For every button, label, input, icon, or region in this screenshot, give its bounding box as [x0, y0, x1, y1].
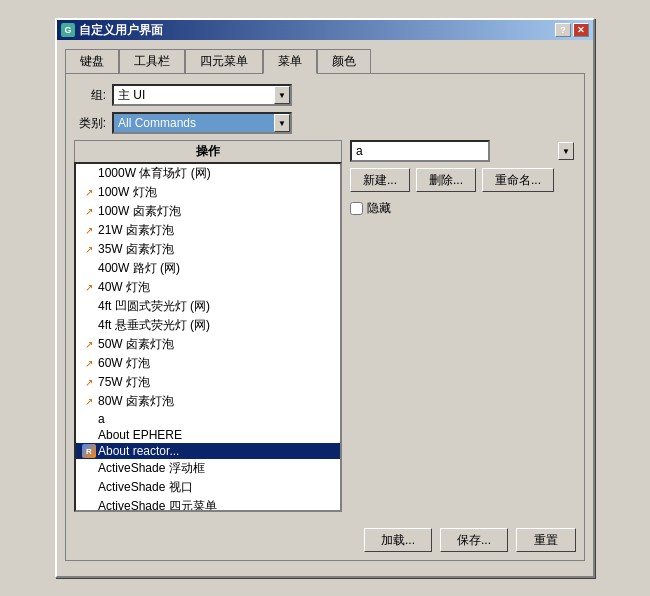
list-item-text: 35W 卤素灯泡 — [98, 241, 174, 258]
list-item-text: 50W 卤素灯泡 — [98, 336, 174, 353]
help-button[interactable]: ? — [555, 23, 571, 37]
group-row: 组: 主 UI ▼ — [74, 84, 576, 106]
list-item[interactable]: 4ft 凹圆式荧光灯 (网) — [76, 297, 340, 316]
arrow-icon: ↗ — [82, 243, 96, 257]
list-item[interactable]: ↗100W 卤素灯泡 — [76, 202, 340, 221]
list-item-text: 21W 卤素灯泡 — [98, 222, 174, 239]
category-select[interactable]: All Commands — [112, 112, 292, 134]
list-item[interactable]: ↗50W 卤素灯泡 — [76, 335, 340, 354]
list-item[interactable]: 4ft 悬垂式荧光灯 (网) — [76, 316, 340, 335]
tab-menu[interactable]: 菜单 — [263, 49, 317, 74]
list-item[interactable]: ↗21W 卤素灯泡 — [76, 221, 340, 240]
arrow-icon: ↗ — [82, 357, 96, 371]
list-item[interactable]: About EPHERE — [76, 427, 340, 443]
group-select-wrapper: 主 UI ▼ — [112, 84, 292, 106]
list-item-text: 4ft 悬垂式荧光灯 (网) — [98, 317, 210, 334]
group-label: 组: — [74, 87, 106, 104]
right-select-wrapper: a ▼ — [350, 140, 576, 162]
arrow-icon: ↗ — [82, 376, 96, 390]
bottom-buttons: 加载... 保存... 重置 — [74, 522, 576, 552]
hide-row: 隐藏 — [350, 200, 576, 217]
main-layout: 操作 1000W 体育场灯 (网)↗100W 灯泡↗100W 卤素灯泡↗21W … — [74, 140, 576, 512]
arrow-icon: ↗ — [82, 205, 96, 219]
list-item-text: 100W 灯泡 — [98, 184, 157, 201]
action-buttons: 新建... 删除... 重命名... — [350, 168, 576, 192]
list-item-text: ActiveShade 视口 — [98, 479, 193, 496]
window-title: 自定义用户界面 — [79, 22, 163, 39]
delete-button[interactable]: 删除... — [416, 168, 476, 192]
tab-toolbar[interactable]: 工具栏 — [119, 49, 185, 74]
list-item-text: 400W 路灯 (网) — [98, 260, 180, 277]
list-item[interactable]: ↗40W 灯泡 — [76, 278, 340, 297]
tab-bar: 键盘 工具栏 四元菜单 菜单 颜色 — [65, 48, 585, 73]
list-item[interactable]: 400W 路灯 (网) — [76, 259, 340, 278]
hide-checkbox[interactable] — [350, 202, 363, 215]
right-select-arrow: ▼ — [558, 142, 574, 160]
list-item-text: 1000W 体育场灯 (网) — [98, 165, 211, 182]
arrow-icon: ↗ — [82, 186, 96, 200]
right-select-row: a ▼ — [350, 140, 576, 162]
list-item[interactable]: ↗80W 卤素灯泡 — [76, 392, 340, 411]
list-item-text: ActiveShade 四元菜单 — [98, 498, 217, 512]
arrow-icon: ↗ — [82, 338, 96, 352]
group-select[interactable]: 主 UI — [112, 84, 292, 106]
list-item-text: 80W 卤素灯泡 — [98, 393, 174, 410]
reactor-icon: R — [82, 444, 96, 458]
tab-content: 组: 主 UI ▼ 类别: All Commands ▼ — [65, 73, 585, 561]
category-select-wrapper: All Commands ▼ — [112, 112, 292, 134]
list-item-text: 100W 卤素灯泡 — [98, 203, 181, 220]
rename-button[interactable]: 重命名... — [482, 168, 554, 192]
list-item-text: 40W 灯泡 — [98, 279, 150, 296]
list-item-text: About EPHERE — [98, 428, 182, 442]
app-icon: G — [61, 23, 75, 37]
list-item-text: 75W 灯泡 — [98, 374, 150, 391]
list-item[interactable]: ActiveShade 视口 — [76, 478, 340, 497]
list-item[interactable]: ↗100W 灯泡 — [76, 183, 340, 202]
list-item[interactable]: a — [76, 411, 340, 427]
category-row: 类别: All Commands ▼ — [74, 112, 576, 134]
reset-button[interactable]: 重置 — [516, 528, 576, 552]
commands-list[interactable]: 1000W 体育场灯 (网)↗100W 灯泡↗100W 卤素灯泡↗21W 卤素灯… — [74, 162, 342, 512]
list-item-text: ActiveShade 浮动框 — [98, 460, 205, 477]
tab-color[interactable]: 颜色 — [317, 49, 371, 74]
list-item[interactable]: ↗35W 卤素灯泡 — [76, 240, 340, 259]
load-button[interactable]: 加载... — [364, 528, 432, 552]
main-window: G 自定义用户界面 ? ✕ 键盘 工具栏 四元菜单 菜单 颜色 — [55, 18, 595, 578]
tab-keyboard[interactable]: 键盘 — [65, 49, 119, 74]
arrow-icon: ↗ — [82, 281, 96, 295]
list-item[interactable]: ActiveShade 四元菜单 — [76, 497, 340, 512]
save-button[interactable]: 保存... — [440, 528, 508, 552]
close-button[interactable]: ✕ — [573, 23, 589, 37]
right-panel: a ▼ 新建... 删除... 重命名... 隐藏 — [350, 140, 576, 512]
list-item[interactable]: ↗60W 灯泡 — [76, 354, 340, 373]
list-item[interactable]: ↗75W 灯泡 — [76, 373, 340, 392]
arrow-icon: ↗ — [82, 395, 96, 409]
left-panel: 操作 1000W 体育场灯 (网)↗100W 灯泡↗100W 卤素灯泡↗21W … — [74, 140, 342, 512]
category-label: 类别: — [74, 115, 106, 132]
list-item[interactable]: RAbout reactor... — [76, 443, 340, 459]
list-item-text: 4ft 凹圆式荧光灯 (网) — [98, 298, 210, 315]
list-header: 操作 — [74, 140, 342, 162]
window-body: 键盘 工具栏 四元菜单 菜单 颜色 组: 主 UI — [57, 40, 593, 569]
right-select[interactable]: a — [350, 140, 490, 162]
list-item-text: About reactor... — [98, 444, 179, 458]
new-button[interactable]: 新建... — [350, 168, 410, 192]
list-item[interactable]: ActiveShade 浮动框 — [76, 459, 340, 478]
arrow-icon: ↗ — [82, 224, 96, 238]
list-item-text: a — [98, 412, 105, 426]
list-item[interactable]: 1000W 体育场灯 (网) — [76, 164, 340, 183]
title-bar: G 自定义用户界面 ? ✕ — [57, 20, 593, 40]
list-item-text: 60W 灯泡 — [98, 355, 150, 372]
tab-quad-menu[interactable]: 四元菜单 — [185, 49, 263, 74]
hide-label: 隐藏 — [367, 200, 391, 217]
